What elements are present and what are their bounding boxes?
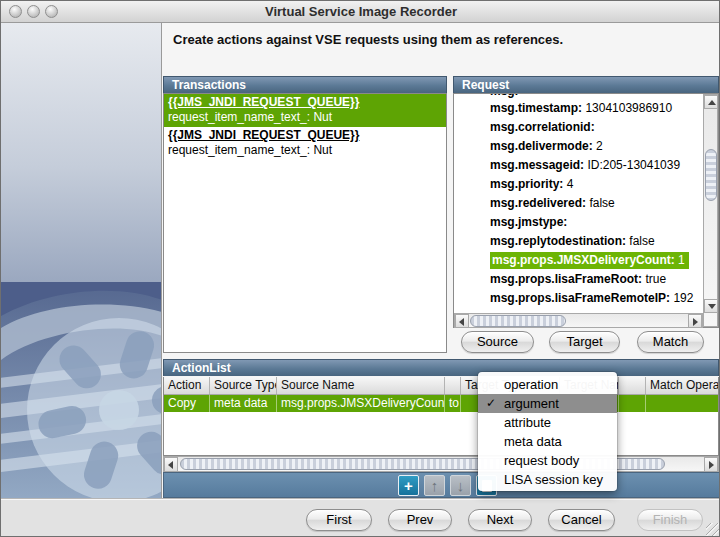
add-action-icon[interactable]: + xyxy=(398,475,419,496)
source-button[interactable]: Source xyxy=(461,331,534,353)
request-row[interactable]: msg.timestamp: 1304103986910 xyxy=(454,99,703,118)
request-row[interactable]: msg.delivermode: 2 xyxy=(454,137,703,156)
cancel-button[interactable]: Cancel xyxy=(548,509,615,531)
menu-item-operation[interactable]: operation xyxy=(478,375,617,394)
transaction-queue: {{JMS_JNDI_REQUEST_QUEUE}} xyxy=(168,95,442,110)
scroll-left-button[interactable] xyxy=(455,314,469,328)
prev-button[interactable]: Prev xyxy=(388,509,452,531)
scroll-left-button[interactable] xyxy=(164,457,178,472)
request-vscroll-thumb[interactable] xyxy=(705,149,717,201)
scroll-right-button[interactable] xyxy=(704,457,718,472)
move-up-icon[interactable]: ↑ xyxy=(424,475,445,496)
title-bar[interactable]: Virtual Service Image Recorder xyxy=(1,1,720,23)
filmreel-graphic xyxy=(1,282,162,500)
window-title: Virtual Service Image Recorder xyxy=(1,4,720,19)
finish-button[interactable]: Finish xyxy=(637,509,703,531)
actionlist-hscrollbar[interactable] xyxy=(163,456,719,472)
menu-item-lisa-session-key[interactable]: LISA session key xyxy=(478,470,617,489)
move-down-icon[interactable]: ↓ xyxy=(450,475,471,496)
request-row[interactable]: msg.props.lisaFrameRemoteIP: 192 xyxy=(454,289,703,308)
scroll-up-button[interactable] xyxy=(704,95,718,109)
cell-connector[interactable]: to xyxy=(445,395,461,412)
target-type-menu[interactable]: operation ✓argument attribute meta data … xyxy=(478,372,617,491)
request-panel-title: Request xyxy=(453,76,719,93)
cell-match-operation[interactable] xyxy=(646,395,719,412)
app-window: Virtual Service Image Recorder xyxy=(0,0,720,537)
request-row[interactable]: msg.correlationid: xyxy=(454,118,703,137)
request-row[interactable]: msg.priority: 4 xyxy=(454,175,703,194)
next-button[interactable]: Next xyxy=(468,509,532,531)
close-icon[interactable] xyxy=(9,5,22,18)
col-source-type[interactable]: Source Type xyxy=(210,377,277,394)
request-vscrollbar[interactable] xyxy=(703,94,718,327)
transactions-list[interactable]: {{JMS_JNDI_REQUEST_QUEUE}} request_item_… xyxy=(163,93,447,353)
cell-source-name[interactable]: msg.props.JMSXDeliveryCount xyxy=(277,395,445,412)
menu-item-attribute[interactable]: attribute xyxy=(478,413,617,432)
cell-source-type[interactable]: meta data xyxy=(210,395,277,412)
transaction-item-selected[interactable]: {{JMS_JNDI_REQUEST_QUEUE}} request_item_… xyxy=(164,94,446,127)
actionlist-table[interactable]: Action Source Type Source Name Target Ty… xyxy=(163,377,719,456)
transaction-item[interactable]: {{JMS_JNDI_REQUEST_QUEUE}} request_item_… xyxy=(164,127,446,160)
request-tree[interactable]: msg. msg.timestamp: 1304103986910 msg.co… xyxy=(454,94,703,313)
menu-item-argument[interactable]: ✓argument xyxy=(478,394,617,413)
menu-item-request-body[interactable]: request body xyxy=(478,451,617,470)
sidebar-artwork xyxy=(1,23,162,500)
request-hscrollbar[interactable] xyxy=(454,313,703,328)
check-icon: ✓ xyxy=(486,394,496,413)
scroll-right-button[interactable] xyxy=(688,314,702,328)
actionlist-row-selected[interactable]: Copy meta data msg.props.JMSXDeliveryCou… xyxy=(164,395,719,412)
col-source-name[interactable]: Source Name xyxy=(277,377,445,394)
actionlist-toolbar: + ↑ ↓ xyxy=(163,472,720,498)
col-action[interactable]: Action xyxy=(164,377,210,394)
cell-action[interactable]: Copy xyxy=(164,395,210,412)
match-button[interactable]: Match xyxy=(637,331,704,353)
actionlist-panel-title: ActionList xyxy=(163,359,719,376)
request-row-selected[interactable]: msg.props.JMSXDeliveryCount: 1 xyxy=(454,251,703,270)
request-row[interactable]: msg.replytodestination: false xyxy=(454,232,703,251)
actionlist-header-row: Action Source Type Source Name Target Ty… xyxy=(164,377,719,395)
minimize-icon[interactable] xyxy=(27,5,40,18)
request-row[interactable]: msg.jmstype: xyxy=(454,213,703,232)
zoom-icon[interactable] xyxy=(45,5,58,18)
col-match-operation[interactable]: Match Operation xyxy=(646,377,719,394)
transactions-panel-title: Transactions xyxy=(163,76,447,93)
request-row[interactable]: msg.redelivered: false xyxy=(454,194,703,213)
first-button[interactable]: First xyxy=(306,509,372,531)
scroll-down-button[interactable] xyxy=(704,299,718,313)
request-row[interactable]: msg.messageid: ID:205-13041039 xyxy=(454,156,703,175)
col-connector[interactable] xyxy=(445,377,461,394)
cell-spacer[interactable] xyxy=(619,395,646,412)
transaction-detail: request_item_name_text_: Nut xyxy=(168,143,442,158)
target-button[interactable]: Target xyxy=(549,331,620,353)
col-spacer[interactable] xyxy=(619,377,646,394)
transaction-detail: request_item_name_text_: Nut xyxy=(168,110,442,125)
menu-item-meta-data[interactable]: meta data xyxy=(478,432,617,451)
instruction-text: Create actions against VSE requests usin… xyxy=(173,32,713,47)
resize-grip[interactable] xyxy=(706,523,719,536)
request-hscroll-thumb[interactable] xyxy=(470,315,566,327)
request-row[interactable]: msg.props.lisaFrameRoot: true xyxy=(454,270,703,289)
transaction-queue: {{JMS_JNDI_REQUEST_QUEUE}} xyxy=(168,128,442,143)
footer-bar: First Prev Next Cancel Finish xyxy=(1,498,720,537)
